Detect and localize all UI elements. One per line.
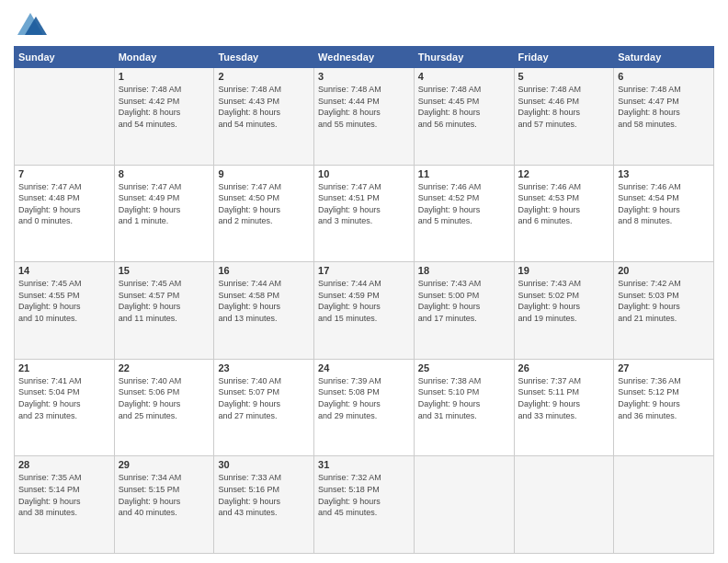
- col-header-tuesday: Tuesday: [214, 47, 314, 68]
- day-info: Sunrise: 7:45 AMSunset: 4:57 PMDaylight:…: [119, 278, 210, 324]
- day-number: 18: [418, 265, 510, 276]
- day-number: 10: [318, 168, 410, 179]
- day-info: Sunrise: 7:40 AMSunset: 5:06 PMDaylight:…: [119, 375, 210, 421]
- day-info: Sunrise: 7:36 AMSunset: 5:12 PMDaylight:…: [618, 375, 710, 421]
- day-info: Sunrise: 7:48 AMSunset: 4:46 PMDaylight:…: [518, 84, 610, 130]
- day-cell: [614, 456, 714, 554]
- col-header-friday: Friday: [514, 47, 614, 68]
- day-number: 24: [318, 362, 410, 373]
- day-cell: 13Sunrise: 7:46 AMSunset: 4:54 PMDayligh…: [614, 165, 714, 262]
- day-info: Sunrise: 7:46 AMSunset: 4:52 PMDaylight:…: [418, 181, 510, 227]
- day-cell: 7Sunrise: 7:47 AMSunset: 4:48 PMDaylight…: [15, 165, 115, 262]
- day-info: Sunrise: 7:34 AMSunset: 5:15 PMDaylight:…: [119, 472, 210, 518]
- day-info: Sunrise: 7:38 AMSunset: 5:10 PMDaylight:…: [418, 375, 510, 421]
- day-cell: [414, 456, 514, 554]
- week-row-1: 1Sunrise: 7:48 AMSunset: 4:42 PMDaylight…: [15, 68, 714, 166]
- day-number: 11: [418, 168, 510, 179]
- day-cell: 31Sunrise: 7:32 AMSunset: 5:18 PMDayligh…: [314, 456, 415, 554]
- day-cell: 19Sunrise: 7:43 AMSunset: 5:02 PMDayligh…: [514, 262, 614, 360]
- col-header-monday: Monday: [114, 47, 214, 68]
- day-cell: 11Sunrise: 7:46 AMSunset: 4:52 PMDayligh…: [414, 165, 514, 262]
- calendar-header-row: SundayMondayTuesdayWednesdayThursdayFrid…: [15, 47, 714, 68]
- day-number: 13: [618, 168, 710, 179]
- col-header-sunday: Sunday: [15, 47, 115, 68]
- day-number: 7: [18, 168, 110, 179]
- day-cell: 15Sunrise: 7:45 AMSunset: 4:57 PMDayligh…: [114, 262, 214, 360]
- day-cell: 9Sunrise: 7:47 AMSunset: 4:50 PMDaylight…: [214, 165, 314, 262]
- day-info: Sunrise: 7:33 AMSunset: 5:16 PMDaylight:…: [218, 472, 310, 518]
- day-info: Sunrise: 7:45 AMSunset: 4:55 PMDaylight:…: [18, 278, 110, 324]
- day-cell: 3Sunrise: 7:48 AMSunset: 4:44 PMDaylight…: [314, 68, 415, 166]
- day-info: Sunrise: 7:48 AMSunset: 4:42 PMDaylight:…: [119, 84, 210, 130]
- calendar-table: SundayMondayTuesdayWednesdayThursdayFrid…: [14, 46, 714, 554]
- day-number: 14: [18, 265, 110, 276]
- day-info: Sunrise: 7:41 AMSunset: 5:04 PMDaylight:…: [18, 375, 110, 421]
- col-header-thursday: Thursday: [414, 47, 514, 68]
- day-info: Sunrise: 7:47 AMSunset: 4:50 PMDaylight:…: [218, 181, 310, 227]
- day-cell: 20Sunrise: 7:42 AMSunset: 5:03 PMDayligh…: [614, 262, 714, 360]
- day-cell: 29Sunrise: 7:34 AMSunset: 5:15 PMDayligh…: [114, 456, 214, 554]
- day-cell: 16Sunrise: 7:44 AMSunset: 4:58 PMDayligh…: [214, 262, 314, 360]
- day-info: Sunrise: 7:32 AMSunset: 5:18 PMDaylight:…: [318, 472, 410, 518]
- day-number: 22: [119, 362, 210, 373]
- day-cell: 6Sunrise: 7:48 AMSunset: 4:47 PMDaylight…: [614, 68, 714, 166]
- page-container: SundayMondayTuesdayWednesdayThursdayFrid…: [0, 0, 728, 563]
- header: [14, 9, 714, 39]
- day-number: 19: [518, 265, 610, 276]
- day-cell: 8Sunrise: 7:47 AMSunset: 4:49 PMDaylight…: [114, 165, 214, 262]
- day-cell: 30Sunrise: 7:33 AMSunset: 5:16 PMDayligh…: [214, 456, 314, 554]
- day-number: 30: [218, 459, 310, 470]
- day-cell: 21Sunrise: 7:41 AMSunset: 5:04 PMDayligh…: [15, 359, 115, 456]
- day-info: Sunrise: 7:40 AMSunset: 5:07 PMDaylight:…: [218, 375, 310, 421]
- day-info: Sunrise: 7:44 AMSunset: 4:58 PMDaylight:…: [218, 278, 310, 324]
- day-number: 3: [318, 71, 410, 82]
- day-info: Sunrise: 7:35 AMSunset: 5:14 PMDaylight:…: [18, 472, 110, 518]
- day-number: 16: [218, 265, 310, 276]
- day-info: Sunrise: 7:48 AMSunset: 4:43 PMDaylight:…: [218, 84, 310, 130]
- day-number: 25: [418, 362, 510, 373]
- week-row-4: 21Sunrise: 7:41 AMSunset: 5:04 PMDayligh…: [15, 359, 714, 456]
- day-cell: 22Sunrise: 7:40 AMSunset: 5:06 PMDayligh…: [114, 359, 214, 456]
- day-number: 17: [318, 265, 410, 276]
- day-info: Sunrise: 7:39 AMSunset: 5:08 PMDaylight:…: [318, 375, 410, 421]
- day-cell: 4Sunrise: 7:48 AMSunset: 4:45 PMDaylight…: [414, 68, 514, 166]
- day-info: Sunrise: 7:46 AMSunset: 4:53 PMDaylight:…: [518, 181, 610, 227]
- day-cell: 14Sunrise: 7:45 AMSunset: 4:55 PMDayligh…: [15, 262, 115, 360]
- day-cell: 23Sunrise: 7:40 AMSunset: 5:07 PMDayligh…: [214, 359, 314, 456]
- day-cell: 12Sunrise: 7:46 AMSunset: 4:53 PMDayligh…: [514, 165, 614, 262]
- day-info: Sunrise: 7:48 AMSunset: 4:45 PMDaylight:…: [418, 84, 510, 130]
- day-number: 9: [218, 168, 310, 179]
- day-number: 27: [618, 362, 710, 373]
- day-cell: [514, 456, 614, 554]
- week-row-5: 28Sunrise: 7:35 AMSunset: 5:14 PMDayligh…: [15, 456, 714, 554]
- day-info: Sunrise: 7:42 AMSunset: 5:03 PMDaylight:…: [618, 278, 710, 324]
- day-cell: 27Sunrise: 7:36 AMSunset: 5:12 PMDayligh…: [614, 359, 714, 456]
- day-cell: 10Sunrise: 7:47 AMSunset: 4:51 PMDayligh…: [314, 165, 415, 262]
- day-cell: 25Sunrise: 7:38 AMSunset: 5:10 PMDayligh…: [414, 359, 514, 456]
- day-info: Sunrise: 7:43 AMSunset: 5:00 PMDaylight:…: [418, 278, 510, 324]
- day-number: 20: [618, 265, 710, 276]
- day-number: 6: [618, 71, 710, 82]
- day-number: 1: [119, 71, 210, 82]
- day-number: 29: [119, 459, 210, 470]
- day-info: Sunrise: 7:46 AMSunset: 4:54 PMDaylight:…: [618, 181, 710, 227]
- week-row-3: 14Sunrise: 7:45 AMSunset: 4:55 PMDayligh…: [15, 262, 714, 360]
- day-cell: 1Sunrise: 7:48 AMSunset: 4:42 PMDaylight…: [114, 68, 214, 166]
- day-info: Sunrise: 7:43 AMSunset: 5:02 PMDaylight:…: [518, 278, 610, 324]
- col-header-saturday: Saturday: [614, 47, 714, 68]
- day-info: Sunrise: 7:47 AMSunset: 4:51 PMDaylight:…: [318, 181, 410, 227]
- day-info: Sunrise: 7:37 AMSunset: 5:11 PMDaylight:…: [518, 375, 610, 421]
- day-cell: 17Sunrise: 7:44 AMSunset: 4:59 PMDayligh…: [314, 262, 415, 360]
- day-cell: 24Sunrise: 7:39 AMSunset: 5:08 PMDayligh…: [314, 359, 415, 456]
- logo-icon: [14, 9, 43, 39]
- day-number: 12: [518, 168, 610, 179]
- day-info: Sunrise: 7:44 AMSunset: 4:59 PMDaylight:…: [318, 278, 410, 324]
- day-number: 21: [18, 362, 110, 373]
- week-row-2: 7Sunrise: 7:47 AMSunset: 4:48 PMDaylight…: [15, 165, 714, 262]
- day-cell: 2Sunrise: 7:48 AMSunset: 4:43 PMDaylight…: [214, 68, 314, 166]
- day-cell: 5Sunrise: 7:48 AMSunset: 4:46 PMDaylight…: [514, 68, 614, 166]
- day-number: 23: [218, 362, 310, 373]
- day-cell: [15, 68, 115, 166]
- day-cell: 26Sunrise: 7:37 AMSunset: 5:11 PMDayligh…: [514, 359, 614, 456]
- day-number: 15: [119, 265, 210, 276]
